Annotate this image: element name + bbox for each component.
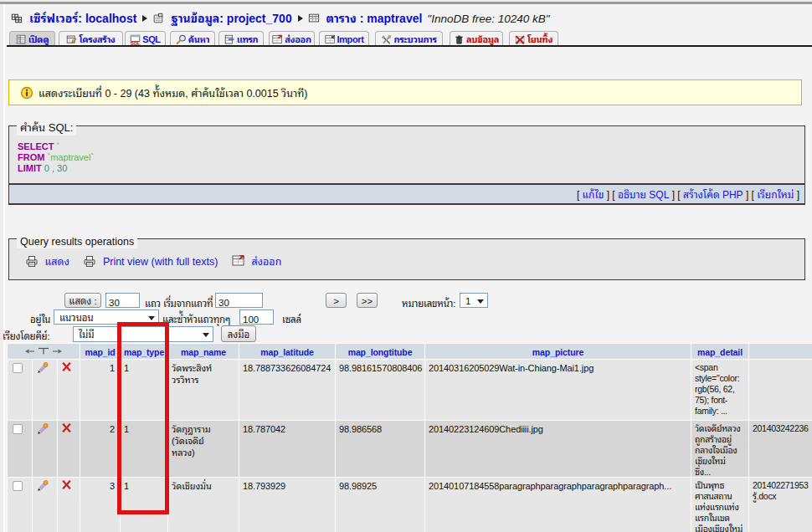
svg-text:SQL: SQL bbox=[131, 40, 141, 45]
